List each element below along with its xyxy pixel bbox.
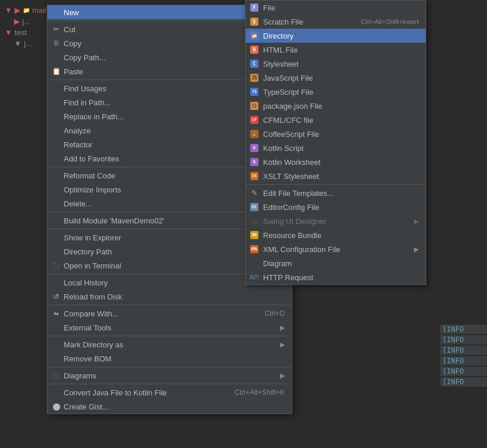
submenu-item-kotlin-worksheet[interactable]: K Kotlin Worksheet xyxy=(246,155,426,169)
compare-with-shortcut: Ctrl+D xyxy=(247,309,285,318)
menu-item-create-gist[interactable]: ⬤ Create Gist... xyxy=(47,399,292,413)
submenu-item-xslt[interactable]: XS XSLT Stylesheet xyxy=(246,169,426,183)
submenu-arrow-diagrams: ▶ xyxy=(280,372,285,380)
menu-item-external-tools[interactable]: External Tools ▶ xyxy=(47,321,292,335)
cfml-icon: CF xyxy=(249,115,260,125)
scratch-label: Scratch File xyxy=(263,18,303,26)
html-icon: H xyxy=(249,44,260,55)
submenu-item-typescript[interactable]: TS TypeScript File xyxy=(246,85,426,99)
css-icon: C xyxy=(249,58,260,69)
local-history-label: Local History xyxy=(64,278,108,287)
submenu-item-html[interactable]: H HTML File xyxy=(246,43,426,57)
kotlin-script-icon: K xyxy=(249,143,260,153)
external-tools-label: External Tools xyxy=(64,323,111,332)
submenu-item-coffeescript[interactable]: ☕ CoffeeScript File xyxy=(246,127,426,141)
new-label: New xyxy=(64,8,79,17)
submenu-item-cfml[interactable]: CF CFML/CFC file xyxy=(246,113,426,127)
menu-item-compare-with[interactable]: ⇆ Compare With... Ctrl+D xyxy=(47,306,292,321)
pkg-icon: {} xyxy=(249,101,260,111)
http-label: HTTP Request xyxy=(263,273,313,282)
paste-label: Paste xyxy=(64,67,83,76)
stylesheet-label: Stylesheet xyxy=(263,60,299,68)
scratch-icon: S xyxy=(249,16,260,27)
submenu-arrow-swing: ▶ xyxy=(414,218,419,225)
diagram-label: Diagram xyxy=(263,259,292,268)
submenu-item-directory[interactable]: 📁 Directory xyxy=(246,29,426,43)
separator-7 xyxy=(47,305,292,305)
terminal-icon: ⬛ xyxy=(51,260,61,271)
submenu-item-editorconfig[interactable]: EC EditorConfig File xyxy=(246,200,426,214)
menu-item-mark-dir[interactable]: Mark Directory as ▶ xyxy=(47,337,292,351)
submenu-new: F File S Scratch File Ctrl+Alt+Shift+Ins… xyxy=(245,0,426,285)
diagrams-label: Diagrams xyxy=(64,371,96,380)
convert-java-shortcut: Ctrl+Alt+Shift+K xyxy=(217,388,285,397)
analyze-label: Analyze xyxy=(64,126,91,135)
html-label: HTML File xyxy=(263,46,298,54)
separator-10 xyxy=(47,384,292,384)
menu-item-remove-bom[interactable]: Remove BOM xyxy=(47,351,292,366)
separator-9 xyxy=(47,367,292,367)
edit-templates-icon: ✎ xyxy=(249,188,260,198)
submenu-item-scratch[interactable]: S Scratch File Ctrl+Alt+Shift+Insert xyxy=(246,15,426,29)
directory-icon: 📁 xyxy=(249,30,260,41)
resource-icon: RB xyxy=(249,230,260,240)
optimize-label: Optimize Imports xyxy=(64,185,121,194)
editorconfig-icon: EC xyxy=(249,202,260,212)
reload-label: Reload from Disk xyxy=(64,292,122,301)
edit-templates-label: Edit File Templates... xyxy=(263,189,333,198)
editorconfig-label: EditorConfig File xyxy=(263,203,319,212)
info-line-6: [INFO xyxy=(440,377,487,387)
reformat-label: Reformat Code xyxy=(64,171,115,180)
menu-item-reload[interactable]: ↺ Reload from Disk xyxy=(47,290,292,304)
compare-with-label: Compare With... xyxy=(64,309,119,318)
submenu-item-package-json[interactable]: {} package.json File xyxy=(246,99,426,113)
submenu-item-swing[interactable]: ⬡ Swing UI Designer ▶ xyxy=(246,214,426,228)
submenu-item-file[interactable]: F File xyxy=(246,1,426,15)
submenu-item-xml-config[interactable]: XML XML Configuration File ▶ xyxy=(246,242,426,256)
info-line-3: [INFO xyxy=(440,346,487,355)
xml-icon: XML xyxy=(249,244,260,254)
convert-java-label: Convert Java File to Kotlin File xyxy=(64,388,167,397)
info-line-1: [INFO xyxy=(440,325,487,334)
xml-config-label: XML Configuration File xyxy=(263,245,340,254)
directory-label: Directory xyxy=(263,32,293,40)
resource-bundle-label: Resource Bundle xyxy=(263,231,322,240)
javascript-label: JavaScript File xyxy=(263,74,313,82)
scratch-shortcut: Ctrl+Alt+Shift+Insert xyxy=(361,18,419,25)
build-module-label: Build Module 'MavenDemo02' xyxy=(64,216,164,225)
submenu-item-kotlin-script[interactable]: K Kotlin Script xyxy=(246,141,426,155)
diagrams-icon: ⬛ xyxy=(51,370,61,381)
menu-item-diagrams[interactable]: ⬛ Diagrams ▶ xyxy=(47,368,292,382)
info-line-2: [INFO xyxy=(440,335,487,344)
xslt-label: XSLT Stylesheet xyxy=(263,172,319,181)
separator-8 xyxy=(47,336,292,336)
submenu-separator-1 xyxy=(246,184,426,185)
js-icon: JS xyxy=(249,73,260,83)
cfml-label: CFML/CFC file xyxy=(263,116,313,125)
submenu-item-javascript[interactable]: JS JavaScript File xyxy=(246,71,426,85)
submenu-item-edit-templates[interactable]: ✎ Edit File Templates... xyxy=(246,186,426,200)
copy-icon: ⎘ xyxy=(51,38,61,49)
submenu-item-diagram[interactable]: Diagram xyxy=(246,256,426,270)
find-usages-label: Find Usages xyxy=(64,84,106,93)
cut-icon: ✂ xyxy=(51,24,61,35)
typescript-label: TypeScript File xyxy=(263,88,313,97)
menu-item-convert-java[interactable]: Convert Java File to Kotlin File Ctrl+Al… xyxy=(47,385,292,399)
open-terminal-label: Open in Terminal xyxy=(64,261,121,270)
http-icon: API xyxy=(249,272,260,282)
copy-path-label: Copy Path... xyxy=(64,53,106,62)
submenu-item-http[interactable]: API HTTP Request xyxy=(246,270,426,284)
file-icon: F xyxy=(249,2,260,13)
find-in-path-label: Find in Path... xyxy=(64,98,110,107)
swing-label: Swing UI Designer xyxy=(263,217,326,226)
dir-path-label: Directory Path xyxy=(64,247,112,256)
cut-label: Cut xyxy=(64,25,75,34)
submenu-item-stylesheet[interactable]: C Stylesheet xyxy=(246,57,426,71)
swing-icon: ⬡ xyxy=(249,216,260,226)
submenu-item-resource-bundle[interactable]: RB Resource Bundle xyxy=(246,228,426,242)
copy-label: Copy xyxy=(64,39,81,48)
file-label: File xyxy=(263,4,275,12)
refactor-label: Refactor xyxy=(64,140,92,149)
reload-icon: ↺ xyxy=(51,291,61,302)
submenu-arrow-mark: ▶ xyxy=(280,341,285,349)
